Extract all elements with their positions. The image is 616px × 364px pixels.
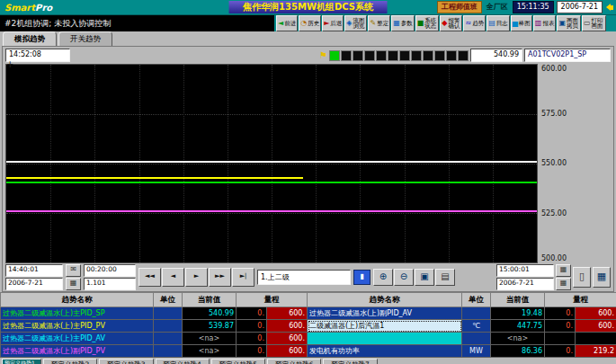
toolbar-button-copy-screen[interactable]: ▣画面拷贝 xyxy=(557,15,581,31)
y-axis-tick-label: 525.00 xyxy=(541,209,567,218)
trend-name-cell[interactable]: 过热器二级减温水(上)主PID_PV xyxy=(1,320,154,333)
selected-signal-box[interactable]: A01TCV02P1_SP xyxy=(524,49,611,62)
save-trend-button[interactable]: ▦ xyxy=(593,267,611,288)
trend-plot[interactable] xyxy=(5,64,538,263)
toolbar-button-print-screen[interactable]: ▭打印画面 xyxy=(582,15,606,31)
table-row: 过热器二级减温水(上)主PID_SP540.990.600.过热器二级减温水(上… xyxy=(1,307,616,320)
toolbar-button-bar-chart[interactable]: ▅棒图 xyxy=(511,15,532,31)
forward-icon: ◄ xyxy=(278,20,283,27)
toolbar-button-system-status[interactable]: ■系统状态 xyxy=(415,15,440,31)
trend-name-cell[interactable]: 过热器二级减温水(上)主PID_AV xyxy=(1,333,154,345)
system-status-icon: ■ xyxy=(417,20,424,27)
predefined-trend-tab-2[interactable]: 预定义趋势2 xyxy=(43,359,97,364)
trend-range-min-cell: 0. xyxy=(237,307,267,320)
trend-value-cell: <na> xyxy=(491,333,545,345)
trend-value-cell: 86.36 xyxy=(491,345,545,358)
jump-end-button[interactable]: ►| xyxy=(232,268,254,287)
legend-pen-1[interactable] xyxy=(329,50,340,61)
toolbar-button-tuning[interactable]: ✎整定 xyxy=(368,15,390,31)
signal-combo-input[interactable] xyxy=(257,270,351,285)
toolbar-button-back[interactable]: ►后退 xyxy=(322,15,344,31)
area-selector[interactable]: 全厂区 xyxy=(485,2,510,13)
speaker-body xyxy=(611,5,613,10)
legend-pen-4[interactable] xyxy=(364,50,375,61)
start-time-box[interactable]: 14:40:01 xyxy=(5,264,63,277)
play-button[interactable]: ► xyxy=(185,268,208,287)
toolbar-button-history[interactable]: ◔历史 xyxy=(299,15,321,31)
legend-pen-7[interactable] xyxy=(399,50,410,61)
chart-header: 14:52:08 ⚑ 540.99 A01TCV02P1_SP xyxy=(3,47,613,64)
legend-pen-9[interactable] xyxy=(423,50,433,61)
zoom-in-button[interactable]: ⊕ xyxy=(373,269,393,286)
legend-pen-6[interactable] xyxy=(388,50,398,61)
legend-pen-3[interactable] xyxy=(353,50,363,61)
step-back-button[interactable]: ◄ xyxy=(162,268,184,287)
predefined-trend-tabs: 预定义趋势1预定义趋势2预定义趋势3预定义趋势4预定义趋势5预定义趋势6预定义趋… xyxy=(0,358,616,364)
legend-pen-12[interactable] xyxy=(458,50,469,61)
predefined-trend-tab-1[interactable]: 预定义趋势1 xyxy=(2,359,41,364)
trend-value-cell: <na> xyxy=(183,333,237,345)
predefined-trend-tab-5[interactable]: 预定义趋势5 xyxy=(211,359,265,364)
time-span-box[interactable]: 00:20:00 xyxy=(84,264,136,277)
clock-date: 2006-7-21 xyxy=(557,1,603,13)
mail-button[interactable]: ✉ xyxy=(66,264,81,277)
app-logo: SmartPro xyxy=(0,3,57,13)
predefined-trend-tab-4[interactable]: 预定义趋势4 xyxy=(156,359,210,364)
toolbar-button-flow-diagram[interactable]: ◈流图浏览 xyxy=(344,15,367,31)
legend-pen-10[interactable] xyxy=(434,50,445,61)
v-gridline xyxy=(50,65,51,262)
calendar-end-button[interactable]: ▦ xyxy=(556,278,571,290)
trend-range-max-cell: 600. xyxy=(576,307,616,320)
trend-name-cell[interactable]: 过热器二级减温水(上)副PID_AV xyxy=(308,307,462,320)
titlebar: SmartPro 焦作华润135MW机组DCS系统 工程师值班 全厂区 15:1… xyxy=(0,0,616,15)
legend-pen-5[interactable] xyxy=(376,50,387,61)
toolbar-button-report[interactable]: ▥报表 xyxy=(533,15,557,31)
jump-start-button[interactable]: ◄◄ xyxy=(138,268,161,287)
tab-digital-trend[interactable]: 开关趋势 xyxy=(58,31,112,46)
titlebar-right: 工程师值班 全厂区 15:11:35 2006-7-21 xyxy=(437,1,616,13)
fast-forward-button[interactable]: ►► xyxy=(209,268,231,287)
calendar-button[interactable]: ▦ xyxy=(66,278,81,290)
zoom-out-button[interactable]: ⊖ xyxy=(394,269,414,286)
tuning-icon: ✎ xyxy=(370,20,376,27)
trend-name-cell[interactable]: 二级减温器(上)后汽温1 xyxy=(308,320,462,333)
toolbar-button-log[interactable]: ▤日志 xyxy=(487,15,510,31)
toolbar-button-parameter[interactable]: ▦参数 xyxy=(391,15,415,31)
trend-line xyxy=(6,210,537,212)
trend-name-cell[interactable]: 过热器二级减温水(上)主PID_SP xyxy=(1,307,154,320)
end-date-box[interactable]: 2006-7-21 xyxy=(496,278,554,290)
signal-combo-dropdown-button[interactable]: ▮ xyxy=(353,270,370,285)
table-row: 过热器二级减温水(上)主PID_PV539.870.600.二级减温器(上)后汽… xyxy=(1,320,616,333)
predefined-trend-tab-3[interactable]: 预定义趋势3 xyxy=(99,359,153,364)
new-window-button[interactable]: ▯ xyxy=(573,267,591,288)
predefined-trend-tab-6[interactable]: 预定义趋势6 xyxy=(267,359,321,364)
duty-badge: 工程师值班 xyxy=(437,1,482,13)
v-gridline xyxy=(272,65,272,262)
save-button[interactable]: ▣ xyxy=(415,269,434,286)
trend-range-max-cell xyxy=(576,333,616,345)
speaker-icon[interactable] xyxy=(606,4,613,11)
copy-screen-icon: ▣ xyxy=(558,20,566,27)
tab-analog-trend[interactable]: 模拟趋势 xyxy=(3,31,57,46)
legend-pen-11[interactable] xyxy=(446,50,457,61)
toolbar-button-alarm-ack[interactable]: ◆报警确认 xyxy=(440,15,462,31)
trend-name-cell[interactable]: 过热器二级减温水(上)副PID_PV xyxy=(1,345,154,358)
end-time-box[interactable]: 15:00:01 xyxy=(496,264,554,277)
predefined-trend-tab-7[interactable]: 预定义趋势7 xyxy=(323,359,377,364)
print-button[interactable]: ▤ xyxy=(435,269,455,286)
span-group: 00:20:00 1.101 xyxy=(84,264,136,290)
legend-pen-2[interactable] xyxy=(341,50,352,61)
trend-name-cell[interactable]: 发电机有功功率 xyxy=(308,345,462,358)
toolbar-button-label: 参数 xyxy=(401,21,413,27)
trend-value-cell: 19.48 xyxy=(491,307,545,320)
start-date-box[interactable]: 2006-7-21 xyxy=(5,278,63,290)
legend-pen-8[interactable] xyxy=(411,50,422,61)
v-gridline xyxy=(360,65,361,262)
trend-range-min-cell: 0. xyxy=(545,345,576,358)
dcs-trend-screen: SmartPro 焦作华润135MW机组DCS系统 工程师值班 全厂区 15:1… xyxy=(0,0,616,364)
toolbar-button-trend[interactable]: ≈趋势 xyxy=(463,15,486,31)
flag-icon[interactable]: ⚑ xyxy=(319,51,327,60)
trend-name-cell[interactable] xyxy=(308,333,462,345)
calendar-start-button[interactable]: ▦ xyxy=(556,264,571,277)
toolbar-button-forward[interactable]: ◄前进 xyxy=(276,15,298,31)
